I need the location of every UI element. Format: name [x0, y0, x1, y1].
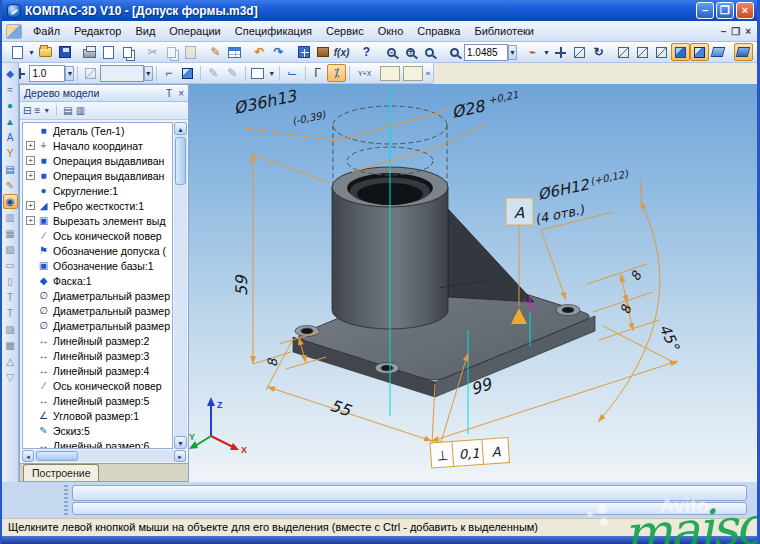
tree-row-rib[interactable]: +◢Ребро жесткости:1	[23, 198, 172, 213]
grid-dropdown[interactable]: ▼	[267, 64, 276, 82]
tree-structure-icon[interactable]: ⊟	[23, 105, 31, 116]
tree-row-extrude1[interactable]: +■Операция выдавливан	[23, 153, 172, 168]
title-bar[interactable]: КОМПАС-3D V10 - [Допуск формы.m3d] – ❐ ×	[2, 0, 757, 21]
zoom-fit-button[interactable]: □	[445, 43, 464, 61]
scroll-left-icon[interactable]: ◄	[22, 450, 34, 462]
tool-icon-13[interactable]: ▯	[3, 274, 18, 289]
tree-row-tolerance[interactable]: ⚑Обозначение допуска (	[23, 243, 172, 258]
tab-construction[interactable]: Построение	[23, 464, 99, 481]
dim-d36-label[interactable]: Ø36h13	[232, 86, 300, 118]
menu-libraries[interactable]: Библиотеки	[467, 22, 541, 40]
copy-button[interactable]	[162, 43, 181, 61]
scroll-up-icon[interactable]: ▲	[174, 122, 187, 135]
tool-icon-filter[interactable]: Y	[3, 146, 18, 161]
tool-icon-17[interactable]: ▩	[3, 338, 18, 353]
dim-8-left-label[interactable]: 8	[265, 357, 280, 367]
state-dropdown-button[interactable]: ▼	[144, 66, 153, 81]
tool-icon-16[interactable]: ▨	[3, 322, 18, 337]
tree-doc2-icon[interactable]: ▥	[76, 105, 85, 116]
child-close-icon[interactable]: ×	[745, 26, 751, 37]
datum-frame[interactable]: A	[506, 198, 533, 225]
model-canvas[interactable]: A ⊥ 0,1 A Ø36h13 (-0,39) Ø28 +0,21 Ø6H12…	[189, 84, 757, 482]
print-preview-button[interactable]	[99, 43, 118, 61]
tool-icon-measure-active[interactable]: ◉	[3, 194, 18, 209]
open-button[interactable]	[36, 43, 55, 61]
shaded-button[interactable]	[671, 43, 690, 61]
new-document-button[interactable]	[8, 43, 27, 61]
property-bar-bottom[interactable]	[72, 502, 747, 515]
step-value-combo[interactable]: 1.0	[29, 65, 65, 82]
tool-icon-surface[interactable]: ●	[3, 98, 18, 113]
tree-row-fillet[interactable]: ●Скругление:1	[23, 183, 172, 198]
tool-icon-15[interactable]: T	[3, 306, 18, 321]
state-button[interactable]	[81, 64, 100, 82]
paste-button[interactable]	[181, 43, 200, 61]
context-help-button[interactable]: ?	[357, 43, 376, 61]
tree-row-axis1[interactable]: ∕Ось конической повер	[23, 228, 172, 243]
tree-row-lin3[interactable]: ↔Линейный размер:3	[23, 348, 172, 363]
hidden-lines-button[interactable]	[633, 43, 652, 61]
menu-view[interactable]: Вид	[128, 22, 162, 40]
scroll-right-icon[interactable]: ►	[174, 450, 186, 462]
tree-list-dropdown[interactable]: ▼	[43, 107, 50, 114]
dim-45-label[interactable]: 45°	[655, 321, 683, 354]
step-dropdown-button[interactable]: ▼	[65, 66, 74, 81]
variables-button[interactable]	[294, 43, 313, 61]
menu-window[interactable]: Окно	[371, 22, 411, 40]
expand-icon[interactable]: +	[26, 216, 35, 225]
pencil2-button[interactable]: ✎	[223, 64, 242, 82]
panel-header[interactable]: Дерево модели Τ ×	[20, 85, 188, 102]
local-csys-button[interactable]: ⌙	[283, 64, 302, 82]
tree-vscrollbar[interactable]: ▲ ▼	[174, 122, 187, 449]
fx-button[interactable]: f(x)	[332, 43, 351, 61]
menu-edit[interactable]: Редактор	[67, 22, 128, 40]
tree-row-angular[interactable]: ∠Угловой размер:1	[23, 408, 172, 423]
property-bar-grip[interactable]	[64, 485, 68, 515]
orientation-button[interactable]: ⌁	[523, 43, 542, 61]
expand-icon[interactable]: +	[26, 156, 35, 165]
zoom-out-button[interactable]: -	[382, 43, 401, 61]
pan-button[interactable]	[551, 43, 570, 61]
hscroll-thumb[interactable]	[36, 451, 78, 461]
print-button[interactable]	[80, 43, 99, 61]
dim-d6-leader[interactable]	[541, 212, 613, 300]
close-button[interactable]: ×	[736, 2, 754, 19]
vscroll-thumb[interactable]	[175, 137, 186, 185]
property-bar-top[interactable]	[72, 485, 747, 501]
maximize-button[interactable]: ❐	[716, 2, 734, 19]
toolbar2-overflow[interactable]: »	[423, 64, 433, 82]
tree-row-lin5[interactable]: ↔Линейный размер:5	[23, 393, 172, 408]
cut-button[interactable]: ✂	[143, 43, 162, 61]
dim-d28-label[interactable]: Ø28	[450, 96, 488, 122]
shaded-edges-button[interactable]	[690, 43, 709, 61]
viewport[interactable]: A ⊥ 0,1 A Ø36h13 (-0,39) Ø28 +0,21 Ø6H12…	[189, 84, 757, 482]
tool-icon-19[interactable]: ▽	[3, 370, 18, 385]
snap-button[interactable]: ⁒	[327, 64, 346, 82]
tree-row-root[interactable]: ■Деталь (Тел-1)	[23, 123, 172, 138]
expand-icon[interactable]: +	[26, 171, 35, 180]
menu-operations[interactable]: Операции	[162, 22, 227, 40]
tree-hscrollbar[interactable]: ◄ ►	[22, 450, 186, 462]
dim-55-label[interactable]: 55	[328, 396, 354, 421]
tool-icon-18[interactable]: △	[3, 354, 18, 369]
coord-y-field[interactable]	[380, 66, 400, 81]
tool-icon-14[interactable]: T	[3, 290, 18, 305]
tool-icon-9[interactable]: ▥	[3, 210, 18, 225]
tree-doc1-icon[interactable]: ▤	[63, 105, 72, 116]
minimize-button[interactable]: –	[696, 2, 714, 19]
grid-button[interactable]	[248, 64, 267, 82]
pencil1-button[interactable]: ✎	[204, 64, 223, 82]
dim-8-right[interactable]	[587, 264, 659, 340]
tool-icon-text[interactable]: A	[3, 130, 18, 145]
spreadsheet-button[interactable]	[225, 43, 244, 61]
rotate-button[interactable]: ↻	[589, 43, 608, 61]
sketch-button[interactable]	[178, 64, 197, 82]
child-minimize-icon[interactable]: –	[721, 26, 727, 37]
wireframe-button[interactable]	[614, 43, 633, 61]
tool-icon-10[interactable]: ▦	[3, 226, 18, 241]
dim-8a-label[interactable]: 8	[627, 268, 645, 284]
tool-icon-spline[interactable]: ≈	[3, 82, 18, 97]
document-icon[interactable]	[6, 24, 22, 39]
send-button[interactable]	[118, 43, 137, 61]
section-view-button[interactable]	[709, 43, 728, 61]
